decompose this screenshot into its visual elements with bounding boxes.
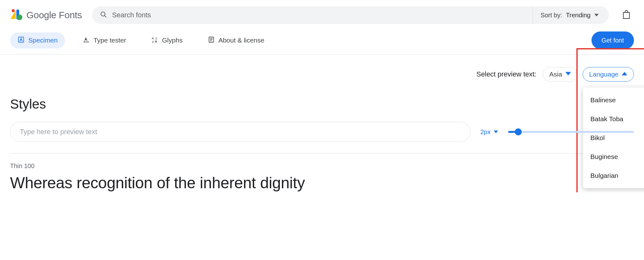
- language-option[interactable]: Buginese: [583, 147, 644, 166]
- svg-text:あ: あ: [152, 40, 154, 43]
- svg-text:B: B: [155, 40, 157, 43]
- tab-label: Glyphs: [162, 37, 182, 44]
- tabs-bar: Specimen Type tester A文あB Glyphs About &…: [0, 31, 644, 54]
- caret-down-icon: [594, 12, 599, 19]
- brand-text: Google Fonts: [26, 10, 82, 20]
- preview-text-box[interactable]: [10, 122, 470, 142]
- preview-select-chips: Asia Language Balinese Batak Toba Bikol …: [543, 67, 634, 82]
- shopping-bag-button[interactable]: [619, 8, 634, 23]
- svg-point-2: [17, 14, 22, 20]
- language-option[interactable]: Bulgarian: [583, 166, 644, 185]
- search-input[interactable]: [107, 6, 533, 24]
- svg-point-3: [101, 12, 105, 16]
- brand-word-fonts: Fonts: [56, 10, 82, 20]
- language-option[interactable]: Batak Toba: [583, 110, 644, 128]
- tab-label: Type tester: [93, 37, 126, 44]
- caret-down-icon: [565, 71, 571, 78]
- svg-point-0: [12, 9, 15, 12]
- type-tester-icon: [83, 36, 90, 45]
- style-sample-text: Whereas recognition of the inherent dign…: [10, 174, 634, 192]
- glyphs-icon: A文あB: [151, 36, 158, 45]
- sort-value: Trending: [566, 12, 591, 19]
- font-size-slider[interactable]: [508, 131, 634, 133]
- tabs: Specimen Type tester A文あB Glyphs About &…: [10, 32, 272, 48]
- svg-text:A: A: [152, 37, 154, 40]
- font-size-value: 2px: [480, 128, 491, 136]
- tab-specimen[interactable]: Specimen: [10, 32, 65, 48]
- tab-about-license[interactable]: About & license: [200, 32, 272, 48]
- font-size-selector[interactable]: 2px: [480, 128, 498, 136]
- preview-text-select-row: Select preview text: Asia Language Balin…: [10, 67, 634, 82]
- get-font-button[interactable]: Get font: [591, 31, 634, 49]
- style-weight-label: Thin 100: [10, 162, 634, 170]
- caret-down-icon: [494, 128, 498, 136]
- sort-label: Sort by:: [541, 12, 562, 19]
- divider: [10, 153, 634, 154]
- svg-text:文: 文: [155, 37, 158, 40]
- top-bar: Google Fonts Sort by: Trending: [0, 0, 644, 31]
- tab-label: About & license: [219, 37, 264, 44]
- main-content: Select preview text: Asia Language Balin…: [0, 54, 644, 192]
- specimen-icon: [18, 36, 25, 45]
- search-icon: [100, 11, 107, 20]
- search-bar[interactable]: Sort by: Trending: [92, 6, 609, 24]
- language-chip[interactable]: Language Balinese Batak Toba Bikol Bugin…: [583, 67, 634, 82]
- region-chip-label: Asia: [549, 71, 562, 78]
- google-fonts-brand[interactable]: Google Fonts: [10, 8, 82, 22]
- tab-label: Specimen: [28, 37, 58, 44]
- tab-glyphs[interactable]: A文あB Glyphs: [144, 32, 190, 48]
- style-specimen: Thin 100 Whereas recognition of the inhe…: [10, 162, 634, 192]
- about-icon: [208, 36, 215, 45]
- slider-thumb[interactable]: [515, 128, 522, 135]
- styles-heading: Styles: [10, 97, 634, 112]
- caret-up-icon: [622, 71, 627, 78]
- language-chip-label: Language: [589, 71, 619, 78]
- google-fonts-logo-icon: [10, 8, 23, 22]
- preview-text-input[interactable]: [19, 127, 461, 136]
- region-chip[interactable]: Asia: [543, 67, 578, 82]
- language-option[interactable]: Balinese: [583, 91, 644, 110]
- sort-dropdown[interactable]: Sort by: Trending: [533, 6, 606, 24]
- language-dropdown: Balinese Batak Toba Bikol Buginese Bulga…: [583, 88, 644, 188]
- svg-line-4: [104, 16, 106, 18]
- select-preview-text-label: Select preview text:: [476, 70, 536, 78]
- brand-word-google: Google: [26, 10, 56, 20]
- preview-controls-row: 2px: [10, 122, 634, 142]
- shopping-bag-icon: [622, 10, 630, 20]
- tab-type-tester[interactable]: Type tester: [75, 32, 134, 48]
